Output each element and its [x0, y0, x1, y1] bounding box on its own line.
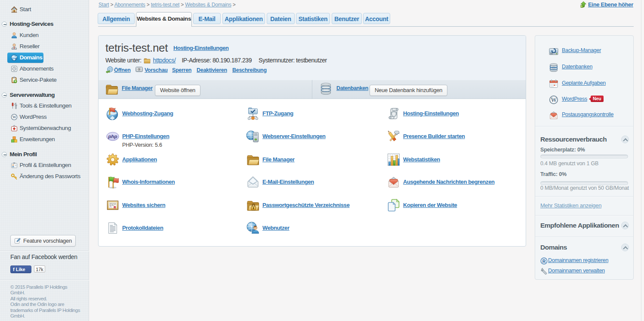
svg-text:W: W — [12, 115, 16, 119]
svg-text:W: W — [551, 97, 557, 103]
svg-text:R: R — [542, 259, 546, 264]
svg-text:php: php — [108, 134, 117, 139]
